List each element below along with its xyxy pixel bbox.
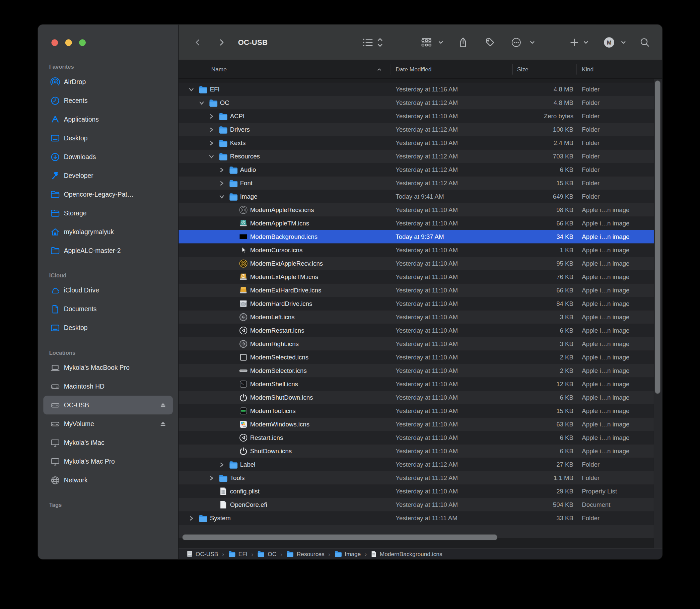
share-button[interactable] [458, 37, 468, 48]
file-row-acpi[interactable]: ACPIYesterday at 11:10 AMZero bytesFolde… [178, 109, 654, 123]
sidebar-item-downloads[interactable]: Downloads [43, 147, 173, 166]
file-row-label[interactable]: LabelYesterday at 11:12 AM27 KBFolder [178, 458, 654, 471]
sidebar-item-storage[interactable]: Storage [43, 204, 173, 223]
sidebar-item-recents[interactable]: Recents [43, 91, 173, 110]
sidebar-item-myvolume[interactable]: MyVolume [43, 414, 173, 433]
zoom-button[interactable] [79, 39, 86, 46]
disclosure-closed-icon[interactable] [209, 475, 214, 481]
file-row-modernextappletm-icns[interactable]: ModernExtAppleTM.icnsYesterday at 11:10 … [178, 270, 654, 284]
file-row-restart-icns[interactable]: Restart.icnsYesterday at 11:10 AM6 KBApp… [178, 431, 654, 445]
group-by-chevron[interactable] [438, 39, 443, 45]
sidebar-item-icloud-drive[interactable]: iCloud Drive [43, 281, 173, 300]
more-actions-button[interactable] [511, 37, 522, 48]
disclosure-open-icon[interactable] [219, 194, 224, 199]
file-row-moderncursor-icns[interactable]: ModernCursor.icnsYesterday at 11:10 AM1 … [178, 244, 654, 257]
account-button[interactable]: M [603, 36, 615, 48]
column-header-kind[interactable]: Kind [582, 66, 594, 73]
sidebar-item-network[interactable]: Network [43, 471, 173, 489]
power-icon [239, 393, 248, 402]
file-row-modernappletm-icns[interactable]: ModernAppleTM.icnsYesterday at 11:10 AM6… [178, 217, 654, 230]
file-row-efi[interactable]: EFIYesterday at 11:16 AM4.8 MBFolder [178, 83, 654, 96]
path-item-resources[interactable]: Resources [286, 551, 325, 557]
file-row-modernleft-icns[interactable]: ModernLeft.icnsYesterday at 11:10 AM3 KB… [178, 311, 654, 324]
sidebar-item-mykola-s-mac-pro[interactable]: Mykola’s Mac Pro [43, 452, 173, 471]
view-list-button[interactable] [363, 38, 373, 46]
close-button[interactable] [51, 39, 58, 46]
sidebar-item-applealc-master-2[interactable]: AppleALC-master-2 [43, 241, 173, 260]
file-row-modernselected-icns[interactable]: ModernSelected.icnsYesterday at 11:10 AM… [178, 351, 654, 364]
sidebar-item-applications[interactable]: Applications [43, 110, 173, 129]
horizontal-scrollbar-thumb[interactable] [182, 534, 497, 541]
disclosure-closed-icon[interactable] [209, 127, 214, 133]
file-row-modernextapplerecv-icns[interactable]: ModernExtAppleRecv.icnsYesterday at 11:1… [178, 257, 654, 270]
account-chevron[interactable] [620, 39, 626, 45]
file-row-oc[interactable]: OCYesterday at 11:12 AM4.8 MBFolder [178, 96, 654, 109]
file-row-modernrestart-icns[interactable]: ModernRestart.icnsYesterday at 11:10 AM6… [178, 324, 654, 337]
group-by-button[interactable] [421, 37, 432, 47]
file-row-modernwindows-icns[interactable]: ModernWindows.icnsYesterday at 11:10 AM6… [178, 418, 654, 431]
sort-rows-control[interactable] [377, 37, 383, 48]
file-row-system[interactable]: SystemYesterday at 11:11 AM33 KBFolder [178, 511, 654, 525]
tags-button[interactable] [484, 37, 495, 48]
disclosure-closed-icon[interactable] [219, 167, 224, 173]
file-row-drivers[interactable]: DriversYesterday at 11:12 AM100 KBFolder [178, 123, 654, 136]
file-row-tools[interactable]: ToolsYesterday at 11:12 AM1.1 MBFolder [178, 471, 654, 485]
home-icon [50, 227, 60, 237]
file-row-modernextharddrive-icns[interactable]: ModernExtHardDrive.icnsYesterday at 11:1… [178, 284, 654, 297]
back-button[interactable] [194, 38, 202, 46]
sidebar-item-oc-usb[interactable]: OC-USB [43, 396, 173, 414]
forward-button[interactable] [217, 38, 225, 46]
disclosure-closed-icon[interactable] [189, 516, 194, 521]
file-row-image[interactable]: ImageToday at 9:41 AM649 KBFolder [178, 190, 654, 203]
new-item-chevron[interactable] [583, 39, 589, 45]
disclosure-open-icon[interactable] [209, 154, 214, 159]
file-row-opencore-efi[interactable]: OpenCore.efiYesterday at 11:10 AM504 KBD… [178, 498, 654, 511]
disclosure-closed-icon[interactable] [219, 180, 224, 186]
sidebar-item-airdrop[interactable]: AirDrop [43, 72, 173, 91]
sidebar-item-mykola-s-imac[interactable]: Mykola’s iMac [43, 433, 173, 452]
file-row-modernright-icns[interactable]: ModernRight.icnsYesterday at 11:10 AM3 K… [178, 337, 654, 351]
file-row-shutdown-icns[interactable]: ShutDown.icnsYesterday at 11:10 AM6 KBAp… [178, 445, 654, 458]
file-row-modernapplerecv-icns[interactable]: ModernAppleRecv.icnsYesterday at 11:10 A… [178, 203, 654, 217]
eject-icon[interactable] [159, 401, 167, 409]
column-header-name[interactable]: Name [211, 66, 227, 73]
path-item-image[interactable]: Image [334, 551, 361, 557]
file-date-modified: Yesterday at 11:10 AM [396, 378, 458, 391]
more-actions-chevron[interactable] [529, 39, 535, 45]
vertical-scrollbar-thumb[interactable] [655, 81, 661, 394]
sidebar-item-documents[interactable]: Documents [43, 300, 173, 318]
path-item-efi[interactable]: EFI [228, 551, 247, 557]
file-row-kexts[interactable]: KextsYesterday at 11:10 AM2.4 MBFolder [178, 136, 654, 150]
file-row-audio[interactable]: AudioYesterday at 11:12 AM6 KBFolder [178, 163, 654, 176]
file-row-config-plist[interactable]: config.plistYesterday at 11:10 AM29 KBPr… [178, 485, 654, 498]
file-row-font[interactable]: FontYesterday at 11:12 AM15 KBFolder [178, 176, 654, 190]
disclosure-open-icon[interactable] [189, 87, 194, 92]
search-button[interactable] [640, 37, 650, 48]
file-row-resources[interactable]: ResourcesYesterday at 11:12 AM703 KBFold… [178, 150, 654, 163]
eject-icon[interactable] [159, 420, 167, 428]
column-header-date-modified[interactable]: Date Modified [396, 66, 432, 73]
disclosure-closed-icon[interactable] [209, 114, 214, 119]
path-item-oc-usb[interactable]: OC-USB [186, 551, 218, 557]
file-row-moderntool-icns[interactable]: ModernTool.icnsYesterday at 11:10 AM15 K… [178, 404, 654, 418]
disclosure-closed-icon[interactable] [219, 462, 224, 468]
path-item-modernbackground-icns[interactable]: ModernBackground.icns [371, 551, 442, 557]
sidebar-item-desktop[interactable]: Desktop [43, 129, 173, 147]
sidebar-item-mykolagrymalyuk[interactable]: mykolagrymalyuk [43, 223, 173, 241]
file-row-modernshutdown-icns[interactable]: ModernShutDown.icnsYesterday at 11:10 AM… [178, 391, 654, 404]
sidebar-item-opencore-legacy-pat-[interactable]: Opencore-Legacy-Pat… [43, 185, 173, 204]
file-row-modernselector-icns[interactable]: ContinueModernSelector.icnsYesterday at … [178, 364, 654, 378]
sidebar-item-macintosh-hd[interactable]: Macintosh HD [43, 377, 173, 396]
column-header-size[interactable]: Size [517, 66, 528, 73]
sidebar-item-desktop[interactable]: Desktop [43, 318, 173, 337]
file-row-modernshell-icns[interactable]: >_ModernShell.icnsYesterday at 11:10 AM1… [178, 378, 654, 391]
minimize-button[interactable] [65, 39, 72, 46]
path-item-oc[interactable]: OC [258, 551, 277, 557]
sidebar-item-mykola-s-macbook-pro[interactable]: Mykola’s MacBook Pro [43, 358, 173, 377]
disclosure-closed-icon[interactable] [209, 140, 214, 146]
disclosure-open-icon[interactable] [198, 100, 204, 106]
sidebar-item-developer[interactable]: Developer [43, 166, 173, 185]
file-row-modernbackground-icns[interactable]: ModernBackground.icnsToday at 9:37 AM34 … [178, 230, 654, 244]
new-item-button[interactable] [570, 38, 579, 47]
file-row-modernharddrive-icns[interactable]: ModernHardDrive.icnsYesterday at 11:10 A… [178, 297, 654, 311]
